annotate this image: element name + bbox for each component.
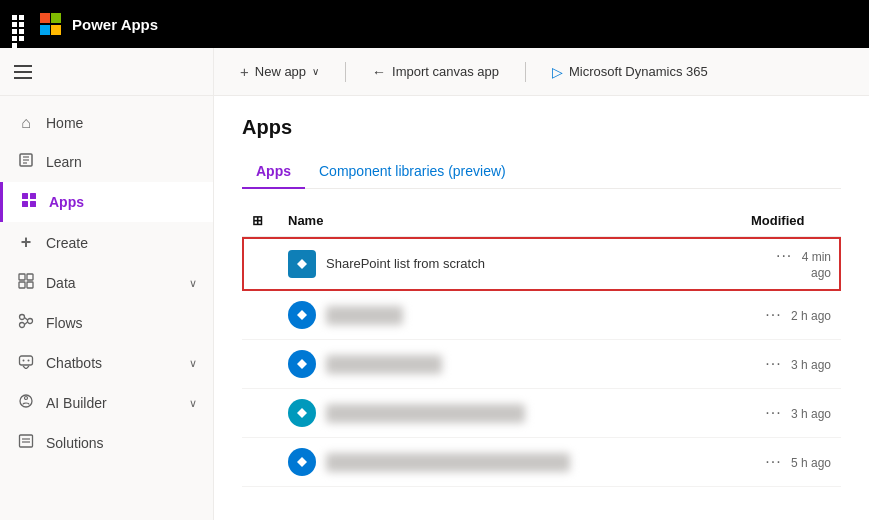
svg-point-14 [20, 323, 25, 328]
row-dots-button[interactable]: ··· [759, 451, 787, 472]
new-app-button[interactable]: + New app ∨ [234, 59, 325, 84]
sidebar-item-create[interactable]: + Create [0, 222, 213, 263]
sidebar-label-data: Data [46, 275, 76, 291]
sidebar-label-create: Create [46, 235, 88, 251]
row-checkbox[interactable] [242, 340, 278, 389]
sidebar-item-chatbots[interactable]: Chatbots ∨ [0, 343, 213, 383]
sidebar-label-chatbots: Chatbots [46, 355, 102, 371]
row-name-cell: blurred app 1 [278, 291, 741, 340]
sidebar-item-learn[interactable]: Learn [0, 142, 213, 182]
table-row: blurred app 2 longer··· 3 h ago [242, 340, 841, 389]
row-name-cell: blurred app 2 longer [278, 340, 741, 389]
app-icon-sp [288, 250, 316, 278]
data-icon [16, 273, 36, 293]
app-name-text: blurred app 1 [326, 306, 403, 325]
hamburger-button[interactable] [14, 65, 32, 79]
sidebar-item-data[interactable]: Data ∨ [0, 263, 213, 303]
microsoft-logo [40, 13, 62, 35]
row-modified-text: 5 h ago [788, 456, 831, 470]
row-modified: ··· 2 h ago [741, 291, 841, 340]
data-chevron-icon: ∨ [189, 277, 197, 290]
sidebar-item-solutions[interactable]: Solutions [0, 423, 213, 463]
sidebar-item-home[interactable]: ⌂ Home [0, 104, 213, 142]
sidebar-item-aibuilder[interactable]: AI Builder ∨ [0, 383, 213, 423]
svg-marker-23 [297, 259, 307, 269]
page-content: Apps Apps Component libraries (preview) … [214, 96, 869, 520]
svg-rect-6 [22, 201, 28, 207]
row-dots-button[interactable]: ··· [770, 245, 798, 266]
svg-point-13 [28, 319, 33, 324]
svg-point-19 [25, 397, 28, 400]
action-separator-2 [525, 62, 526, 82]
new-app-plus-icon: + [240, 63, 249, 80]
row-dots-button[interactable]: ··· [759, 304, 787, 325]
chatbots-icon [16, 353, 36, 373]
table-row: blurred app 1··· 2 h ago [242, 291, 841, 340]
svg-marker-26 [297, 408, 307, 418]
svg-rect-7 [30, 201, 36, 207]
action-separator-1 [345, 62, 346, 82]
app-name-text: blurred app 4 another long app name here [326, 453, 570, 472]
row-dots-button[interactable]: ··· [759, 353, 787, 374]
waffle-icon[interactable] [12, 15, 30, 33]
svg-point-16 [23, 360, 25, 362]
svg-point-12 [20, 315, 25, 320]
svg-rect-8 [19, 274, 25, 280]
tab-apps[interactable]: Apps [242, 155, 305, 189]
import-canvas-button[interactable]: ← Import canvas app [366, 60, 505, 84]
row-checkbox[interactable] [242, 438, 278, 487]
row-name-cell: blurred app 3 very long name here [278, 389, 741, 438]
solutions-icon [16, 433, 36, 453]
row-checkbox[interactable] [242, 389, 278, 438]
col-header-name: Name [278, 205, 741, 237]
topbar: Power Apps [0, 0, 869, 48]
row-modified-text: 4 min ago [798, 250, 831, 280]
app-icon-teal [288, 399, 316, 427]
svg-marker-27 [297, 457, 307, 467]
row-modified: ··· 3 h ago [741, 340, 841, 389]
row-name-cell: SharePoint list from scratch [278, 237, 741, 291]
dynamics-icon: ▷ [552, 64, 563, 80]
main-layout: ⌂ Home Learn Apps + Create [0, 48, 869, 520]
apps-icon [19, 192, 39, 212]
app-name-text: blurred app 2 longer [326, 355, 442, 374]
dynamics-label: Microsoft Dynamics 365 [569, 64, 708, 79]
table-row: blurred app 4 another long app name here… [242, 438, 841, 487]
svg-point-17 [28, 360, 30, 362]
apps-table: ⊞ Name Modified SharePoint list from scr… [242, 205, 841, 487]
chatbots-chevron-icon: ∨ [189, 357, 197, 370]
sidebar-header [0, 48, 213, 96]
app-name-text: blurred app 3 very long name here [326, 404, 525, 423]
sidebar-label-aibuilder: AI Builder [46, 395, 107, 411]
import-arrow-icon: ← [372, 64, 386, 80]
row-checkbox[interactable] [242, 291, 278, 340]
app-icon-blue [288, 301, 316, 329]
sidebar-item-flows[interactable]: Flows [0, 303, 213, 343]
row-modified-text: 3 h ago [788, 407, 831, 421]
flows-icon [16, 313, 36, 333]
row-name-cell: blurred app 4 another long app name here [278, 438, 741, 487]
table-grid-icon: ⊞ [252, 213, 263, 228]
dynamics-button[interactable]: ▷ Microsoft Dynamics 365 [546, 60, 714, 84]
svg-marker-25 [297, 359, 307, 369]
sidebar-label-solutions: Solutions [46, 435, 104, 451]
svg-rect-10 [19, 282, 25, 288]
row-modified-text: 2 h ago [788, 309, 831, 323]
row-modified: ··· 4 min ago [741, 237, 841, 291]
sidebar-nav: ⌂ Home Learn Apps + Create [0, 96, 213, 471]
learn-icon [16, 152, 36, 172]
row-modified: ··· 5 h ago [741, 438, 841, 487]
sidebar-label-home: Home [46, 115, 83, 131]
action-bar: + New app ∨ ← Import canvas app ▷ Micros… [214, 48, 869, 96]
content-area: + New app ∨ ← Import canvas app ▷ Micros… [214, 48, 869, 520]
svg-marker-24 [297, 310, 307, 320]
row-dots-button[interactable]: ··· [759, 402, 787, 423]
sidebar-item-apps[interactable]: Apps [0, 182, 213, 222]
col-header-modified: Modified [741, 205, 841, 237]
row-checkbox[interactable] [242, 237, 278, 291]
import-label: Import canvas app [392, 64, 499, 79]
tab-component-libraries[interactable]: Component libraries (preview) [305, 155, 520, 189]
app-icon-blue [288, 448, 316, 476]
sidebar-label-apps: Apps [49, 194, 84, 210]
new-app-label: New app [255, 64, 306, 79]
